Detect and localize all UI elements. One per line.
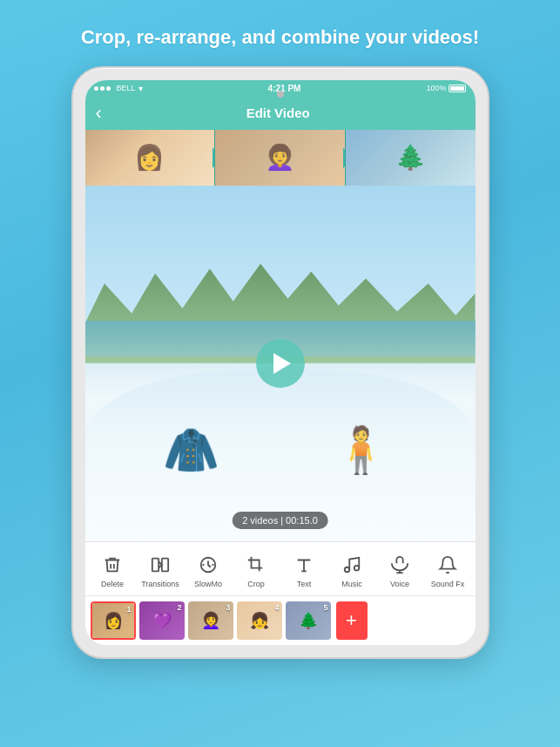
slowmo-label: SlowMo <box>194 580 222 588</box>
film-thumb-2[interactable]: 💜 2 <box>139 601 185 640</box>
crop-tool[interactable]: Crop <box>237 553 275 588</box>
music-label: Music <box>341 580 362 588</box>
header-text: Crop, re-arrange, and combine your video… <box>46 0 514 66</box>
thumbnail-3[interactable]: 🌲 <box>346 130 476 186</box>
svg-rect-0 <box>152 558 159 571</box>
filmstrip: 👩 1 💜 2 👩‍🦱 3 👧 4 <box>85 595 476 645</box>
slowmo-icon <box>196 553 220 577</box>
thumbnail-1[interactable]: 👩 <box>85 130 216 186</box>
music-icon <box>340 553 364 577</box>
delete-tool[interactable]: Delete <box>93 553 132 588</box>
transitions-tool[interactable]: Transitions <box>141 553 179 588</box>
carrier-label: BELL <box>117 84 136 92</box>
back-button[interactable]: ‹ <box>96 102 102 125</box>
battery-label: 100% <box>426 84 446 92</box>
film-thumb-3[interactable]: 👩‍🦱 3 <box>188 601 233 640</box>
nav-title: Edit Video <box>109 105 448 120</box>
video-info-badge: 2 videos | 00:15.0 <box>232 512 328 529</box>
delete-label: Delete <box>101 580 124 588</box>
nav-bar: ‹ Edit Video <box>85 97 476 130</box>
time-label: 4:21 PM <box>268 84 301 93</box>
film-num-4: 4 <box>274 603 279 612</box>
battery-icon <box>449 85 466 92</box>
bell-icon <box>435 553 460 577</box>
film-num-5: 5 <box>323 603 327 612</box>
crop-label: Crop <box>247 580 265 588</box>
svg-point-4 <box>354 566 360 571</box>
ipad-camera <box>277 91 284 98</box>
play-button[interactable] <box>256 339 305 388</box>
thumbnails-row: 👩 👩‍🦱 🌲 <box>85 130 476 186</box>
ipad-frame: BELL ▾ 4:21 PM 100% ‹ Edit Video 👩 <box>71 66 489 659</box>
thumbnail-2[interactable]: 👩‍🦱 <box>215 130 346 186</box>
film-num-2: 2 <box>177 603 181 612</box>
crop-icon <box>244 553 268 577</box>
transitions-icon <box>148 553 172 577</box>
film-thumb-5[interactable]: 🌲 5 <box>286 601 331 640</box>
film-thumb-4[interactable]: 👧 4 <box>237 601 282 640</box>
music-tool[interactable]: Music <box>333 553 371 588</box>
wifi-icon: ▾ <box>138 84 143 93</box>
text-tool[interactable]: Text <box>285 553 323 588</box>
soundfx-tool[interactable]: Sound Fx <box>428 553 467 588</box>
film-num-1: 1 <box>126 605 131 614</box>
text-label: Text <box>297 580 312 588</box>
film-thumb-1[interactable]: 👩 1 <box>91 601 136 640</box>
trash-icon <box>100 553 125 577</box>
soundfx-label: Sound Fx <box>431 580 465 588</box>
voice-label: Voice <box>390 580 409 588</box>
transitions-label: Transitions <box>141 580 179 588</box>
text-icon <box>292 553 316 577</box>
film-num-3: 3 <box>226 603 230 612</box>
voice-tool[interactable]: Voice <box>381 553 419 588</box>
slowmo-tool[interactable]: SlowMo <box>189 553 227 588</box>
svg-point-3 <box>345 567 350 572</box>
toolbar: Delete Transitions <box>85 541 476 595</box>
voice-icon <box>388 553 412 577</box>
add-clip-button[interactable]: + <box>336 601 368 640</box>
video-area: 🧥 🧍 2 videos | 00:15.0 <box>85 186 476 541</box>
